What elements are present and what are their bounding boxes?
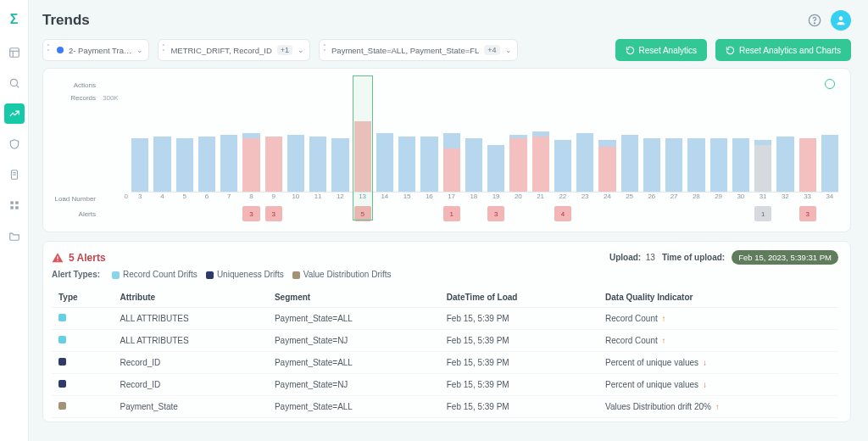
legend-label: Alert Types: <box>52 270 100 279</box>
x-tick: 32 <box>776 193 793 204</box>
sidebar-item-apps[interactable] <box>4 195 25 215</box>
sidebar-item-reports[interactable] <box>4 165 25 185</box>
chart-bars[interactable] <box>131 92 838 193</box>
segment-selector[interactable]: ˄˅ Payment_State=ALL, Payment_State=FL +… <box>319 39 518 61</box>
alert-count-cell[interactable]: 1 <box>754 206 771 221</box>
dataset-selector[interactable]: ˄˅ 2- Payment Tra… ⌄ <box>42 39 149 61</box>
table-header[interactable]: DateTime of Load <box>440 287 598 308</box>
alert-count-cell[interactable] <box>621 206 638 221</box>
table-header[interactable]: Type <box>52 287 114 308</box>
cell-datetime: Feb 15, 5:39 PM <box>440 396 598 418</box>
svg-rect-11 <box>15 206 19 209</box>
down-icon: ˅ <box>47 50 50 55</box>
alert-count-cell[interactable] <box>598 206 615 221</box>
cell-dq: Percent of unique values ↓ <box>598 352 838 374</box>
alert-count-cell[interactable] <box>576 206 593 221</box>
trends-chart-card: Actions Records 300K Load Number 0 34567… <box>42 68 851 232</box>
alert-count-cell[interactable] <box>398 206 415 221</box>
alert-count-cell[interactable] <box>287 206 304 221</box>
table-row[interactable]: Payment_StatePayment_State=ALLFeb 15, 5:… <box>52 396 838 418</box>
avatar[interactable] <box>831 10 851 31</box>
alert-count-cell[interactable] <box>198 206 215 221</box>
alert-count-cell[interactable]: 3 <box>242 206 259 221</box>
alert-count-cell[interactable] <box>687 206 704 221</box>
reset-analytics-charts-button[interactable]: Reset Analytics and Charts <box>715 39 851 61</box>
cell-segment: Payment_State=NJ <box>268 374 440 396</box>
alert-count-cell[interactable] <box>176 206 193 221</box>
dataset-dot-icon <box>57 47 64 53</box>
x-tick: 16 <box>420 193 437 204</box>
arrow-up-icon: ↑ <box>662 336 666 345</box>
x-tick: 10 <box>287 193 304 204</box>
actions-label: Actions <box>52 77 99 92</box>
alert-count-cell[interactable] <box>220 206 237 221</box>
svg-rect-0 <box>9 48 19 58</box>
alert-count-cell[interactable] <box>465 206 482 221</box>
alert-count-cell[interactable]: 3 <box>487 206 504 221</box>
type-swatch <box>58 358 66 366</box>
x-tick: 21 <box>532 193 549 204</box>
help-icon[interactable] <box>805 11 824 30</box>
table-row[interactable]: Record_IDPayment_State=ALLFeb 15, 5:39 P… <box>52 352 838 374</box>
cell-segment: Payment_State=ALL <box>268 352 440 374</box>
reset-label: Reset Analytics <box>639 46 697 55</box>
alert-count-cell[interactable] <box>732 206 749 221</box>
type-swatch <box>58 336 66 343</box>
x-tick: 12 <box>331 193 348 204</box>
x-tick: 15 <box>398 193 415 204</box>
alert-count-cell[interactable]: 3 <box>799 206 816 221</box>
x-tick: 34 <box>821 193 838 204</box>
sidebar-item-quality[interactable] <box>4 134 25 154</box>
alert-count-cell[interactable] <box>665 206 682 221</box>
sidebar-item-explore[interactable] <box>4 73 25 93</box>
alert-count-cell[interactable] <box>776 206 793 221</box>
x-tick: 7 <box>220 193 237 204</box>
table-row[interactable]: Record_IDPayment_State=NJFeb 15, 5:39 PM… <box>52 374 838 396</box>
alerts-table: TypeAttributeSegmentDateTime of LoadData… <box>52 287 838 418</box>
svg-point-13 <box>814 23 815 24</box>
x-tick: 18 <box>465 193 482 204</box>
chart-alerts-row: 33513413 <box>131 204 838 223</box>
highlight-box <box>353 75 373 220</box>
reset-analytics-button[interactable]: Reset Analytics <box>615 39 707 61</box>
metric-label: METRIC_DRIFT, Record_ID <box>170 46 271 55</box>
alert-count-cell[interactable] <box>532 206 549 221</box>
alert-count-cell[interactable] <box>710 206 727 221</box>
alert-count-cell[interactable]: 3 <box>265 206 282 221</box>
x-tick: 29 <box>710 193 727 204</box>
svg-line-4 <box>16 85 19 87</box>
alert-count-cell[interactable] <box>309 206 326 221</box>
sidebar-item-dashboards[interactable] <box>4 42 25 63</box>
alert-count-cell[interactable] <box>509 206 526 221</box>
alert-count-cell[interactable] <box>331 206 348 221</box>
table-header[interactable]: Data Quality Indicator <box>598 287 838 308</box>
upload-label: Upload: <box>609 253 641 262</box>
table-row[interactable]: ALL ATTRIBUTESPayment_State=ALLFeb 15, 5… <box>52 308 838 330</box>
metric-selector[interactable]: ˄˅ METRIC_DRIFT, Record_ID +1 ⌄ <box>158 39 310 61</box>
table-row[interactable]: ALL ATTRIBUTESPayment_State=NJFeb 15, 5:… <box>52 330 838 352</box>
cell-datetime: Feb 15, 5:39 PM <box>440 330 598 352</box>
alert-count-cell[interactable] <box>821 206 838 221</box>
cell-dq: Values Distribution drift 20% ↑ <box>598 396 838 418</box>
alert-count-cell[interactable]: 4 <box>554 206 571 221</box>
sidebar-item-trends[interactable] <box>4 103 25 124</box>
svg-rect-15 <box>57 256 58 260</box>
sidebar-item-files[interactable] <box>4 226 25 246</box>
upload-number: 13 <box>646 253 655 262</box>
alert-count-cell[interactable]: 1 <box>443 206 460 221</box>
table-header[interactable]: Attribute <box>114 287 268 308</box>
alert-count-cell[interactable] <box>643 206 660 221</box>
records-label: Records <box>52 92 99 193</box>
logo: Σ <box>10 12 19 27</box>
x-tick: 28 <box>687 193 704 204</box>
x-tick: 5 <box>176 193 193 204</box>
alert-icon <box>52 252 64 264</box>
table-header[interactable]: Segment <box>268 287 440 308</box>
svg-point-14 <box>839 16 843 20</box>
alert-count-cell[interactable] <box>153 206 170 221</box>
alert-count-cell[interactable] <box>131 206 148 221</box>
alert-count-cell[interactable] <box>376 206 393 221</box>
x-tick: 20 <box>509 193 526 204</box>
x-tick: 24 <box>598 193 615 204</box>
alert-count-cell[interactable] <box>420 206 437 221</box>
